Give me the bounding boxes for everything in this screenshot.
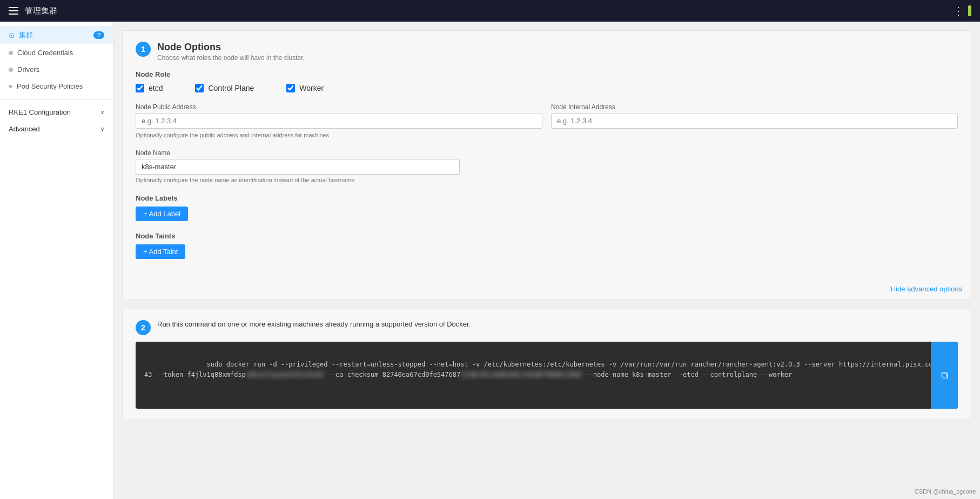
sidebar-cloud-credentials-label: Cloud Credentials <box>17 49 73 57</box>
checkbox-control-plane-label: Control Plane <box>208 84 254 92</box>
more-dots-icon[interactable]: ⋮ <box>953 4 964 17</box>
step1-circle: 1 <box>136 42 151 57</box>
sidebar-rke1-configuration[interactable]: RKE1 Configuration ∨ <box>0 104 113 121</box>
checkbox-etcd[interactable]: etcd <box>136 84 163 92</box>
node-internal-address-field: Node Internal Address <box>551 103 958 129</box>
sidebar-advanced[interactable]: Advanced ∨ <box>0 121 113 137</box>
topbar: 管理集群 ⋮ <box>0 0 980 22</box>
node-internal-address-label: Node Internal Address <box>551 103 958 111</box>
node-labels-label: Node Labels <box>136 194 958 202</box>
sidebar-item-pod-security-policies[interactable]: ≡ Pod Security Policies <box>0 78 113 95</box>
add-label-button[interactable]: + Add Label <box>136 207 188 221</box>
step2-description: Run this command on one or more existing… <box>157 320 471 328</box>
pod-security-bar-icon: ≡ <box>9 83 12 90</box>
add-taint-button[interactable]: + Add Taint <box>136 244 185 259</box>
advanced-chevron-icon: ∨ <box>100 126 104 132</box>
checkbox-etcd-input[interactable] <box>136 84 144 92</box>
command-text-3: --node-name k8s-master --etcd --controlp… <box>581 371 792 378</box>
advanced-label: Advanced <box>9 125 40 133</box>
cloud-credentials-dot <box>9 51 13 55</box>
node-public-address-field: Node Public Address <box>136 103 542 129</box>
node-name-label: Node Name <box>136 149 958 157</box>
hide-advanced-section: Hide advanced options <box>123 281 971 300</box>
sidebar: ⊙ 集群 2 Cloud Credentials Drivers ≡ Pod S… <box>0 22 113 499</box>
copy-button[interactable]: ⧉ <box>931 342 958 409</box>
copy-icon: ⧉ <box>941 368 948 383</box>
command-blurred-1: v6kzw7sqvqt4z6zshw54 <box>246 371 324 378</box>
sidebar-item-cloud-credentials[interactable]: Cloud Credentials <box>0 44 113 61</box>
sidebar-divider <box>0 99 113 99</box>
node-name-hint: Optionally configure the node name as id… <box>136 177 958 183</box>
sidebar-item-drivers[interactable]: Drivers <box>0 61 113 78</box>
checkbox-worker-label: Worker <box>299 84 324 92</box>
address-hint: Optionally configure the public address … <box>136 132 958 138</box>
hide-advanced-link[interactable]: Hide advanced options <box>891 285 962 293</box>
sidebar-item-cluster[interactable]: ⊙ 集群 2 <box>0 26 113 44</box>
status-indicator <box>968 5 971 16</box>
sidebar-pod-security-label: Pod Security Policies <box>17 82 83 90</box>
address-row: Node Public Address Node Internal Addres… <box>136 103 958 129</box>
step2-circle: 2 <box>136 320 151 335</box>
drivers-dot <box>9 68 13 72</box>
node-role-checkboxes: etcd Control Plane Worker <box>136 84 958 92</box>
rke1-chevron-icon: ∨ <box>100 109 104 115</box>
step1-card: 1 Node Options Choose what roles the nod… <box>122 30 971 300</box>
checkbox-worker[interactable]: Worker <box>286 84 324 92</box>
node-role-label: Node Role <box>136 70 958 78</box>
checkbox-control-plane-input[interactable] <box>195 84 204 92</box>
node-public-address-input[interactable] <box>136 113 542 129</box>
watermark: CSDN @china_cgcone <box>915 488 976 495</box>
rke1-label: RKE1 Configuration <box>9 108 71 116</box>
main-content: 1 Node Options Choose what roles the nod… <box>113 22 980 499</box>
topbar-title: 管理集群 <box>25 6 57 16</box>
step2-card: 2 Run this command on one or more existi… <box>122 309 971 420</box>
node-taints-label: Node Taints <box>136 232 958 240</box>
step1-title: Node Options <box>157 42 305 53</box>
command-blurred-2: 1148c95ceb06266c34ed879b80c29b0 <box>460 371 581 378</box>
hamburger-icon[interactable] <box>9 7 18 15</box>
cluster-icon: ⊙ <box>9 31 15 39</box>
node-name-field: Node Name Optionally configure the node … <box>136 149 958 183</box>
checkbox-control-plane[interactable]: Control Plane <box>195 84 254 92</box>
command-text-2: --ca-checksum 82740ea67cd0fe547687 <box>324 371 460 378</box>
node-internal-address-input[interactable] <box>551 113 958 129</box>
step1-subtitle: Choose what roles the node will have in … <box>157 54 305 62</box>
checkbox-worker-input[interactable] <box>286 84 295 92</box>
checkbox-etcd-label: etcd <box>149 84 163 92</box>
sidebar-cluster-label: 集群 <box>19 30 33 40</box>
command-box: sudo docker run -d --privileged --restar… <box>136 342 958 409</box>
cluster-badge: 2 <box>93 31 104 39</box>
sidebar-drivers-label: Drivers <box>17 65 39 74</box>
node-taints-section: Node Taints + Add Taint <box>136 232 958 259</box>
node-name-input[interactable] <box>136 159 460 175</box>
step1-header: 1 Node Options Choose what roles the nod… <box>136 42 958 62</box>
node-public-address-label: Node Public Address <box>136 103 542 111</box>
node-labels-section: Node Labels + Add Label <box>136 194 958 221</box>
